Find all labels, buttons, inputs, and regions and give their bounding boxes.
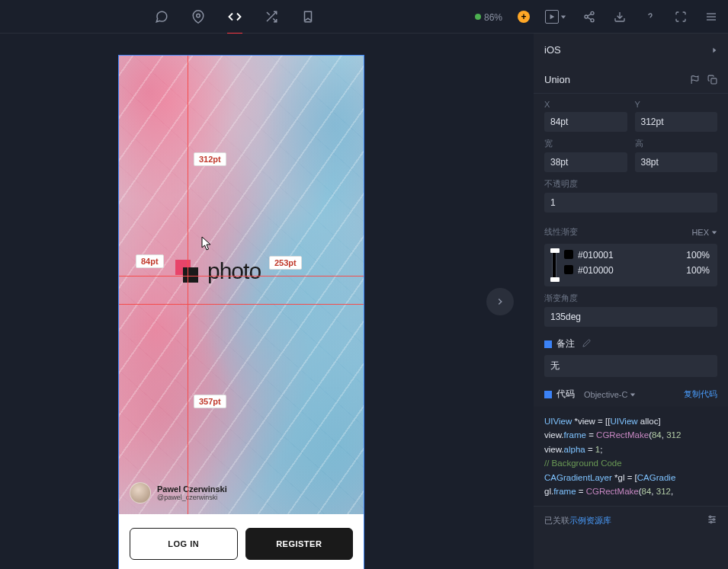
swatch-icon [564, 265, 573, 274]
login-button[interactable]: LOG IN [130, 528, 238, 560]
main-row: 312pt 84pt 253pt 357pt photo Pawel Czerw… [0, 34, 728, 569]
chevron-right-icon [711, 46, 717, 54]
topbar: 86% + [0, 0, 728, 34]
copy-code-button[interactable]: 复制代码 [684, 388, 717, 400]
input-opacity[interactable]: 1 [544, 193, 717, 213]
status-dot-icon [475, 14, 481, 20]
code-header: 代码 Objective-C 复制代码 [534, 377, 728, 407]
svg-point-24 [710, 516, 711, 518]
guide-horizontal-top [119, 276, 364, 277]
shuffle-icon[interactable] [264, 9, 279, 24]
input-width[interactable]: 38pt [544, 152, 627, 172]
flag-icon[interactable] [690, 75, 700, 85]
input-x[interactable]: 84pt [544, 112, 627, 132]
language-dropdown[interactable]: Objective-C [584, 390, 636, 399]
download-icon[interactable] [612, 9, 627, 24]
cursor-icon [201, 236, 213, 251]
bookmark-icon[interactable] [300, 9, 316, 24]
comment-icon[interactable] [154, 9, 169, 24]
svg-marker-17 [713, 47, 716, 52]
artboard[interactable]: 312pt 84pt 253pt 357pt photo Pawel Czerw… [118, 55, 364, 569]
hex-dropdown[interactable]: HEX [691, 228, 717, 237]
svg-line-3 [267, 12, 270, 15]
platform-selector[interactable]: iOS [534, 34, 728, 66]
input-y[interactable]: 312pt [635, 112, 718, 132]
play-button[interactable] [545, 10, 566, 24]
attribution: Pawel Czerwinski @pawel_czerwinski [130, 482, 227, 503]
asset-link[interactable]: 示例资源库 [569, 516, 611, 525]
gradient-editor[interactable]: #010001100% #010000100% [544, 244, 717, 286]
menu-icon[interactable] [704, 9, 719, 24]
copy-icon[interactable] [707, 75, 717, 85]
inspector-panel: iOS Union X84pt Y312pt 宽38pt 高38pt 不透明度 … [534, 34, 728, 569]
share-icon[interactable] [582, 9, 597, 24]
chevron-down-icon [711, 229, 717, 235]
notes-header: 备注 [534, 327, 728, 355]
avatar [130, 482, 151, 503]
gradient-stop[interactable]: #010001100% [564, 250, 710, 261]
asset-text: 已关联示例资源库 [544, 515, 611, 526]
topbar-actions: 86% + [475, 9, 719, 24]
chevron-down-icon [560, 14, 566, 20]
measurement-top: 312pt [194, 152, 226, 166]
add-button[interactable]: + [518, 11, 530, 23]
svg-line-10 [588, 18, 592, 20]
square-icon [544, 340, 552, 348]
label-opacity: 不透明度 [544, 178, 717, 190]
square-icon [544, 391, 552, 398]
button-row: LOG IN REGISTER [119, 514, 364, 569]
svg-marker-6 [561, 15, 566, 18]
logo-text: photo [207, 258, 261, 284]
fullscreen-icon[interactable] [673, 9, 688, 24]
element-name: Union [544, 74, 570, 85]
label-y: Y [635, 100, 718, 109]
svg-rect-18 [711, 78, 717, 84]
code-icon[interactable] [227, 9, 242, 24]
edit-icon[interactable] [582, 339, 591, 350]
svg-point-26 [710, 522, 712, 523]
measurement-left: 84pt [136, 254, 164, 268]
svg-point-25 [713, 519, 714, 520]
svg-point-8 [585, 15, 588, 18]
next-artboard-button[interactable] [486, 288, 514, 315]
gradient-bar[interactable] [552, 250, 556, 280]
svg-marker-19 [712, 231, 717, 234]
guide-vertical [188, 56, 188, 514]
artboard-background: 312pt 84pt 253pt 357pt photo Pawel Czerw… [119, 56, 364, 514]
guide-horizontal-bottom [119, 304, 364, 305]
logo-mark-icon [175, 260, 198, 283]
input-angle[interactable]: 135deg [544, 307, 717, 327]
help-icon[interactable] [643, 9, 658, 24]
zoom-status: 86% [475, 10, 502, 24]
gradient-stop[interactable]: #010000100% [564, 265, 710, 276]
attribution-name: Pawel Czerwinski [157, 484, 227, 494]
measurement-right: 253pt [269, 256, 302, 270]
input-notes[interactable]: 无 [544, 355, 717, 377]
label-height: 高 [635, 138, 718, 149]
input-height[interactable]: 38pt [635, 152, 718, 172]
svg-marker-20 [630, 393, 635, 396]
label-gradient: 线性渐变 [544, 226, 578, 238]
svg-marker-5 [550, 14, 555, 18]
attribution-handle: @pawel_czerwinski [157, 494, 227, 501]
svg-point-9 [591, 18, 594, 21]
canvas-area[interactable]: 312pt 84pt 253pt 357pt photo Pawel Czerw… [0, 34, 534, 569]
asset-library-bar: 已关联示例资源库 [534, 506, 728, 535]
code-block[interactable]: UIView *view = [[UIView alloc] view.fram… [534, 407, 728, 506]
svg-point-7 [591, 11, 594, 14]
label-angle: 渐变角度 [544, 292, 717, 304]
element-name-row: Union [534, 66, 728, 94]
swatch-icon [564, 250, 573, 259]
register-button[interactable]: REGISTER [245, 528, 354, 560]
label-width: 宽 [544, 138, 627, 149]
location-icon[interactable] [191, 9, 206, 24]
settings-icon[interactable] [707, 514, 717, 527]
svg-line-11 [588, 14, 592, 16]
label-x: X [544, 100, 627, 109]
svg-point-0 [197, 14, 200, 18]
measurement-bottom: 357pt [194, 395, 226, 408]
chevron-down-icon [630, 392, 636, 398]
topbar-mode-tabs [154, 9, 316, 24]
